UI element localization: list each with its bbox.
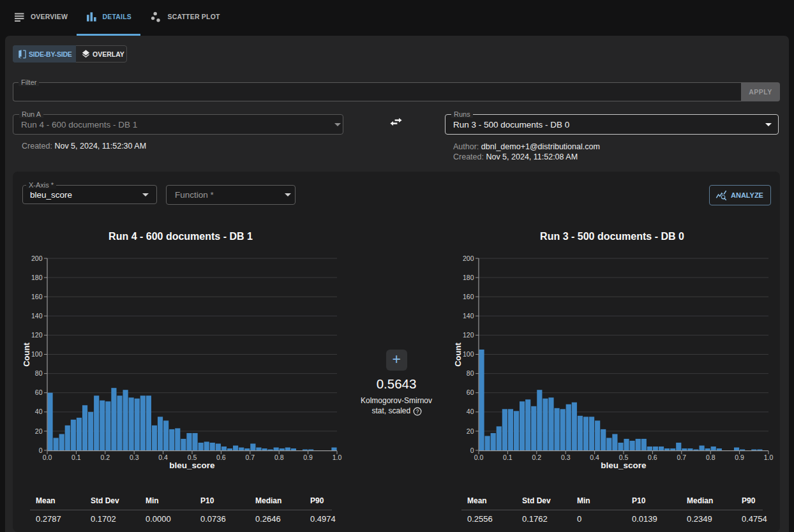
svg-text:0.2: 0.2 <box>532 454 541 461</box>
svg-text:0.4: 0.4 <box>590 454 599 461</box>
svg-text:0.6: 0.6 <box>216 454 226 461</box>
svg-text:200: 200 <box>463 255 474 262</box>
svg-text:0.7: 0.7 <box>245 454 255 461</box>
svg-text:40: 40 <box>35 408 43 415</box>
svg-text:20: 20 <box>35 427 43 435</box>
svg-text:0.6: 0.6 <box>648 454 657 461</box>
svg-text:0.5: 0.5 <box>188 454 197 461</box>
svg-text:120: 120 <box>463 331 474 339</box>
svg-text:0.2: 0.2 <box>100 454 110 461</box>
svg-text:140: 140 <box>31 312 43 320</box>
svg-text:0.4: 0.4 <box>158 454 168 461</box>
svg-text:0.3: 0.3 <box>130 454 139 461</box>
svg-text:20: 20 <box>467 427 474 435</box>
svg-text:0.5: 0.5 <box>619 454 629 461</box>
svg-text:1.0: 1.0 <box>764 454 774 461</box>
svg-text:160: 160 <box>31 293 43 300</box>
svg-text:0.7: 0.7 <box>677 454 686 461</box>
svg-text:80: 80 <box>467 369 474 377</box>
svg-text:Count: Count <box>22 343 31 367</box>
svg-text:0.8: 0.8 <box>706 454 715 461</box>
svg-text:40: 40 <box>467 408 474 415</box>
svg-text:0.0: 0.0 <box>474 454 484 461</box>
svg-text:80: 80 <box>35 369 43 377</box>
svg-text:180: 180 <box>31 274 43 281</box>
svg-text:100: 100 <box>31 350 43 358</box>
svg-text:0.1: 0.1 <box>503 454 513 461</box>
svg-text:140: 140 <box>463 312 474 320</box>
svg-text:160: 160 <box>463 293 474 300</box>
svg-text:0.9: 0.9 <box>303 454 313 461</box>
svg-text:60: 60 <box>467 388 474 396</box>
svg-text:180: 180 <box>463 274 474 281</box>
svg-text:?: ? <box>416 408 419 414</box>
svg-text:0.1: 0.1 <box>71 454 81 461</box>
svg-text:0.0: 0.0 <box>43 454 52 461</box>
svg-text:Count: Count <box>453 343 463 367</box>
svg-text:0.3: 0.3 <box>561 454 571 461</box>
svg-text:120: 120 <box>31 331 43 339</box>
svg-text:60: 60 <box>35 388 43 396</box>
svg-text:bleu_score: bleu_score <box>169 461 215 470</box>
svg-text:1.0: 1.0 <box>333 454 342 461</box>
svg-text:100: 100 <box>463 350 474 358</box>
svg-text:0.8: 0.8 <box>274 454 284 461</box>
svg-text:200: 200 <box>31 255 43 262</box>
svg-text:0.9: 0.9 <box>735 454 744 461</box>
svg-text:bleu_score: bleu_score <box>601 461 647 470</box>
